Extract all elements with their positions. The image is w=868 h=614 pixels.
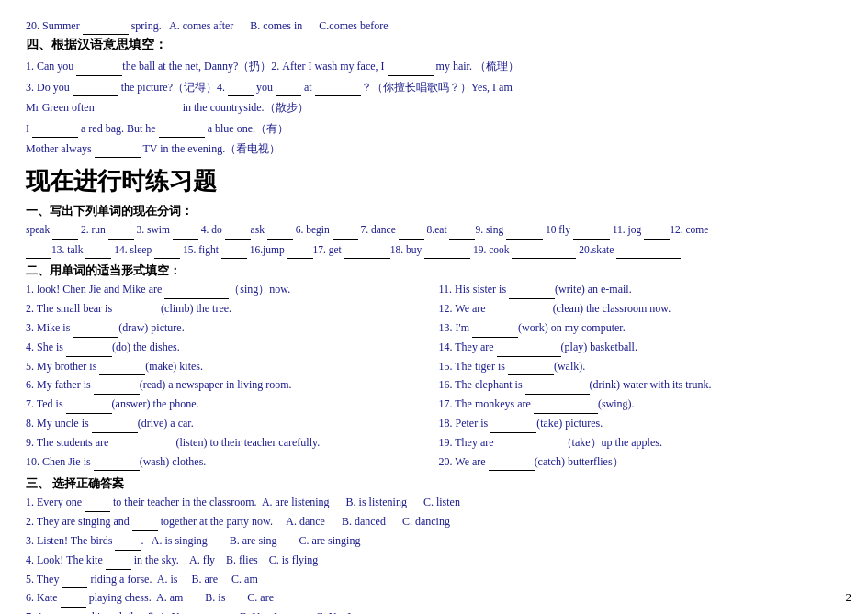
q20-optA: A. comes after bbox=[169, 19, 247, 32]
s2-r5: 15. The tiger is (walk). bbox=[439, 358, 843, 376]
s2-r4: 14. They are (play) basketball. bbox=[439, 339, 843, 357]
s2-r6: 16. The elephant is (drink) water with i… bbox=[439, 376, 843, 395]
s2-r7: 17. The monkeys are (swing). bbox=[439, 396, 843, 414]
s2-r9: 19. They are （take）up the apples. bbox=[439, 434, 843, 452]
s2-r3: 13. I'm (work) on my computer. bbox=[439, 319, 843, 338]
s3-q6: 6. Kate playing chess. A. am B. is C. ar… bbox=[26, 589, 842, 608]
section4-line4: I a red bag. But he a blue one.（有） bbox=[26, 119, 842, 138]
section2: 二、用单词的适当形式填空： 1. look! Chen Jie and Mike… bbox=[26, 262, 842, 472]
s2-l10: 10. Chen Jie is (wash) clothes. bbox=[26, 453, 430, 472]
section1-line1: speak 2. run 3. swim 4. do ask 6. begin … bbox=[26, 221, 842, 240]
section1-line2: 13. talk 14. sleep 15. fight 16.jump 17.… bbox=[26, 241, 842, 260]
section4-line3: Mr Green often in the countryside.（散步） bbox=[26, 98, 842, 117]
s2-l9: 9. The students are (listen) to their te… bbox=[26, 434, 430, 452]
s3-q7: 7. Are you washing clothes？ A. Yes, you … bbox=[26, 608, 842, 614]
section2-left: 1. look! Chen Jie and Mike are （sing）now… bbox=[26, 281, 430, 472]
section1-title: 一、写出下列单词的现在分词： bbox=[26, 203, 842, 219]
section3-title: 三、 选择正确答案 bbox=[26, 475, 842, 492]
s2-l7: 7. Ted is (answer) the phone. bbox=[26, 396, 430, 414]
page-number: 2 bbox=[846, 590, 852, 605]
section4-title: 四、根据汉语意思填空： bbox=[26, 37, 842, 53]
s2-l6: 6. My father is (read) a newspaper in li… bbox=[26, 376, 430, 395]
section2-right: 11. His sister is (write) an e-mail. 12.… bbox=[439, 281, 843, 472]
q20-optC: C.comes before bbox=[319, 19, 388, 32]
section4-line5: Mother always TV in the evening.（看电视） bbox=[26, 140, 842, 158]
question-20: 20. Summer spring. A. comes after B. com… bbox=[26, 17, 842, 35]
s2-l3: 3. Mike is (draw) picture. bbox=[26, 319, 430, 338]
q20-optB: B. comes in bbox=[250, 19, 316, 32]
section2-title: 二、用单词的适当形式填空： bbox=[26, 262, 842, 279]
s2-r8: 18. Peter is (take) pictures. bbox=[439, 415, 843, 433]
s3-q2: 2. They are singing and together at the … bbox=[26, 513, 842, 531]
s3-q5: 5. They riding a forse. A. is B. are C. … bbox=[26, 571, 842, 589]
section3: 三、 选择正确答案 1. Every one to their teacher … bbox=[26, 475, 842, 614]
section1: 一、写出下列单词的现在分词： speak 2. run 3. swim 4. d… bbox=[26, 203, 842, 259]
section4-line1: 1. Can you the ball at the net, Danny?（扔… bbox=[26, 57, 842, 75]
s2-r2: 12. We are (clean) the classroom now. bbox=[439, 300, 843, 318]
section4-line2: 3. Do you the picture?（记得）4. you at ？（你擅… bbox=[26, 78, 842, 96]
s2-l2: 2. The small bear is (climb) the tree. bbox=[26, 300, 430, 318]
s3-q4: 4. Look! The kite in the sky. A. fly B. … bbox=[26, 552, 842, 570]
s2-l1: 1. look! Chen Jie and Mike are （sing）now… bbox=[26, 281, 430, 299]
s2-l4: 4. She is (do) the dishes. bbox=[26, 339, 430, 357]
s2-r1: 11. His sister is (write) an e-mail. bbox=[439, 281, 843, 299]
s2-r10: 20. We are (catch) butterflies） bbox=[439, 453, 843, 472]
main-title: 现在进行时练习题 bbox=[26, 165, 842, 197]
section2-grid: 1. look! Chen Jie and Mike are （sing）now… bbox=[26, 281, 842, 472]
section4: 四、根据汉语意思填空： 1. Can you the ball at the n… bbox=[26, 37, 842, 158]
s2-l8: 8. My uncle is (drive) a car. bbox=[26, 415, 430, 433]
s3-q1: 1. Every one to their teacher in the cla… bbox=[26, 494, 842, 512]
s2-l5: 5. My brother is (make) kites. bbox=[26, 358, 430, 376]
q20-text: 20. Summer spring. bbox=[26, 19, 167, 32]
s3-q3: 3. Listen! The birds . A. is singing B. … bbox=[26, 532, 842, 551]
